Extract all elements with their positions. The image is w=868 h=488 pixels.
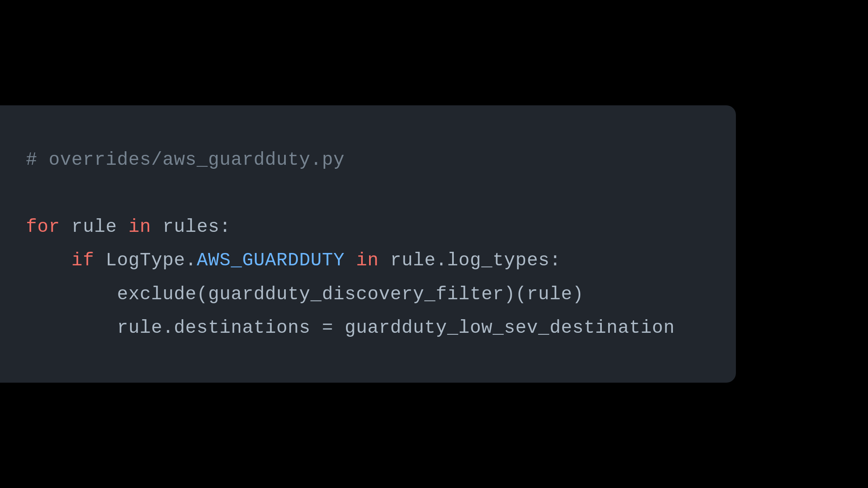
identifier-rule-logtypes: rule.log_types: [379,250,561,271]
code-comment-line: # overrides/aws_guardduty.py [26,143,710,177]
identifier-logtype: LogType. [94,250,197,271]
code-line-for: for rule in rules: [26,210,710,244]
keyword-in: in [129,217,151,237]
keyword-if: if [71,250,94,271]
code-line-exclude: exclude(guardduty_discovery_filter)(rule… [26,278,710,311]
comment-text: # overrides/aws_guardduty.py [26,150,345,170]
code-block: # overrides/aws_guardduty.py for rule in… [0,105,736,383]
blank-line [26,177,710,210]
space [345,250,356,271]
indent [26,318,117,338]
exclude-call: exclude(guardduty_discovery_filter)(rule… [117,284,584,305]
identifier-rule: rule [60,217,129,237]
code-line-if: if LogType.AWS_GUARDDUTY in rule.log_typ… [26,244,710,277]
code-line-destinations: rule.destinations = guardduty_low_sev_de… [26,311,710,345]
indent [26,250,71,271]
keyword-for: for [26,217,60,237]
indent [26,284,117,305]
keyword-in-2: in [356,250,379,271]
identifier-rules: rules: [151,217,231,237]
destinations-assign: rule.destinations = guardduty_low_sev_de… [117,318,675,338]
constant-aws-guardduty: AWS_GUARDDUTY [197,250,345,271]
